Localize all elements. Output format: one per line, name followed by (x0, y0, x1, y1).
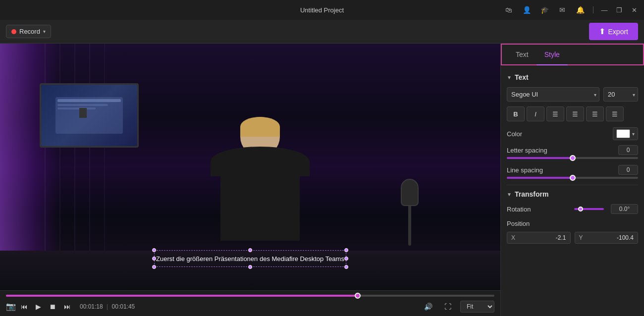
line-spacing-thumb[interactable] (570, 175, 576, 181)
color-picker-button[interactable]: ▾ (613, 127, 638, 140)
letter-spacing-label: Letter spacing (507, 147, 547, 154)
controls-row: 📷 ⏮ ▶ ⏹ ⏭ 00:01:18 | 00:01:45 🔊 ⛶ Fit (6, 301, 494, 313)
handle-top-right[interactable] (344, 248, 348, 252)
divider (507, 185, 638, 185)
export-label: Export (608, 28, 628, 36)
play-button[interactable]: ▶ (33, 301, 44, 313)
letter-spacing-thumb[interactable] (570, 155, 576, 161)
panel-tabs-container: Text Style (501, 44, 644, 65)
tab-style[interactable]: Style (537, 45, 568, 64)
bold-button[interactable]: B (507, 106, 525, 121)
font-family-select[interactable]: Segoe UI Arial Helvetica (507, 87, 599, 102)
align-right-button[interactable]: ☰ (586, 106, 604, 121)
color-swatch (616, 129, 630, 138)
record-label: Record (19, 28, 40, 35)
person-hair (240, 117, 280, 137)
handle-bot-right[interactable] (344, 265, 348, 269)
step-back-button[interactable]: ⏮ (18, 301, 31, 313)
progress-fill (6, 295, 358, 297)
handle-bot-center[interactable] (248, 265, 252, 269)
main-content: Zuerst die größeren Präsentationen des M… (0, 44, 644, 316)
mail-icon[interactable]: ✉ (557, 5, 567, 15)
fullscreen-button[interactable]: ⛶ (441, 301, 454, 313)
pos-x-label: X (511, 234, 515, 241)
controls-left: 📷 ⏮ ▶ ⏹ ⏭ 00:01:18 | 00:01:45 (6, 301, 135, 313)
handle-mid-right[interactable] (344, 257, 348, 261)
right-panel: Text Style ▼ Text Segoe UI Arial Helveti… (500, 44, 644, 316)
handle-top-left[interactable] (152, 248, 156, 252)
progress-bar[interactable] (6, 295, 494, 297)
maximize-button[interactable]: ❐ (615, 6, 623, 14)
step-forward-button[interactable]: ⏭ (61, 301, 74, 313)
export-button[interactable]: ⬆ Export (589, 23, 638, 40)
subtitle-container[interactable]: Zuerst die größeren Präsentationen des M… (156, 254, 344, 263)
microphone (401, 179, 419, 206)
position-row: X -2.1 Y -100.4 (507, 232, 638, 244)
bell-icon[interactable]: 🔔 (575, 5, 585, 15)
stop-button[interactable]: ⏹ (46, 301, 59, 313)
video-controls: 📷 ⏮ ▶ ⏹ ⏭ 00:01:18 | 00:01:45 🔊 ⛶ Fit (0, 290, 500, 316)
pos-y-label: Y (579, 234, 583, 241)
line-spacing-track[interactable] (507, 177, 638, 179)
close-button[interactable]: ✕ (630, 6, 638, 14)
fit-select[interactable]: Fit 100% 50% (460, 301, 494, 313)
letter-spacing-fill (507, 157, 573, 159)
controls-right: 🔊 ⛶ Fit 100% 50% (421, 301, 494, 313)
graduation-icon[interactable]: 🎓 (539, 5, 549, 15)
export-icon: ⬆ (599, 27, 605, 36)
panel-content: ▼ Text Segoe UI Arial Helvetica ▾ 20 16 (501, 65, 644, 316)
titlebar-divider (593, 6, 593, 13)
font-row: Segoe UI Arial Helvetica ▾ 20 16 24 32 ▾ (507, 87, 638, 102)
position-label: Position (507, 220, 530, 227)
line-spacing-label: Line spacing (507, 166, 543, 174)
rotation-track[interactable] (574, 208, 604, 210)
pos-y-value: -100.4 (585, 234, 634, 241)
account-icon[interactable]: 👤 (522, 5, 532, 15)
panel-tabs: Text Style (502, 45, 643, 64)
toolbar: Record ▾ ⬆ Export (0, 20, 644, 44)
tab-text[interactable]: Text (508, 45, 537, 64)
screenshot-button[interactable]: 📷 (6, 302, 16, 311)
rotation-thumb[interactable] (578, 207, 583, 211)
video-area: Zuerst die größeren Präsentationen des M… (0, 44, 500, 316)
rotation-value: 0.0° (611, 204, 638, 214)
rotation-label: Rotation (507, 206, 531, 213)
titlebar-title: Untitled Project (300, 6, 344, 14)
format-row: B I ☰ ☰ ☰ ☰ (507, 106, 638, 121)
minimize-button[interactable]: — (600, 6, 608, 14)
video-content: Zuerst die größeren Präsentationen des M… (0, 44, 500, 290)
record-indicator (11, 29, 16, 34)
font-size-wrap: 20 16 24 32 ▾ (603, 87, 638, 102)
person-shoulders (211, 147, 310, 176)
letter-spacing-track[interactable] (507, 157, 638, 159)
font-family-wrap: Segoe UI Arial Helvetica ▾ (507, 87, 599, 102)
store-icon[interactable]: 🛍 (504, 5, 514, 15)
font-size-select[interactable]: 20 16 24 32 (603, 87, 638, 102)
align-justify-button[interactable]: ☰ (606, 106, 624, 121)
text-section-arrow-icon[interactable]: ▼ (507, 75, 512, 80)
color-row: Color ▾ (507, 127, 638, 140)
transform-section: ▼ Transform Rotation 0.0° Position (507, 190, 638, 244)
rotation-controls: 0.0° (574, 204, 638, 214)
subtitle-selection-box[interactable]: Zuerst die größeren Präsentationen des M… (156, 254, 344, 263)
person-shape (198, 117, 322, 265)
volume-button[interactable]: 🔊 (421, 301, 435, 313)
italic-button[interactable]: I (527, 106, 544, 121)
handle-bot-left[interactable] (152, 265, 156, 269)
video-canvas[interactable]: Zuerst die größeren Präsentationen des M… (0, 44, 500, 290)
progress-thumb[interactable] (355, 293, 361, 299)
align-center-button[interactable]: ☰ (566, 106, 584, 121)
position-y-field[interactable]: Y -100.4 (575, 232, 639, 244)
align-left-button[interactable]: ☰ (546, 106, 564, 121)
monitor-stand (79, 108, 87, 118)
handle-mid-left[interactable] (152, 257, 156, 261)
position-x-field[interactable]: X -2.1 (507, 232, 571, 244)
color-label: Color (507, 130, 522, 138)
position-section: Position X -2.1 Y -100.4 (507, 219, 638, 244)
handle-top-center[interactable] (248, 248, 252, 252)
record-button[interactable]: Record ▾ (6, 25, 51, 38)
letter-spacing-row: Letter spacing 0 (507, 145, 638, 155)
time-display: 00:01:18 | 00:01:45 (80, 303, 135, 310)
pos-x-value: -2.1 (517, 234, 566, 241)
transform-arrow-icon[interactable]: ▼ (507, 192, 512, 197)
